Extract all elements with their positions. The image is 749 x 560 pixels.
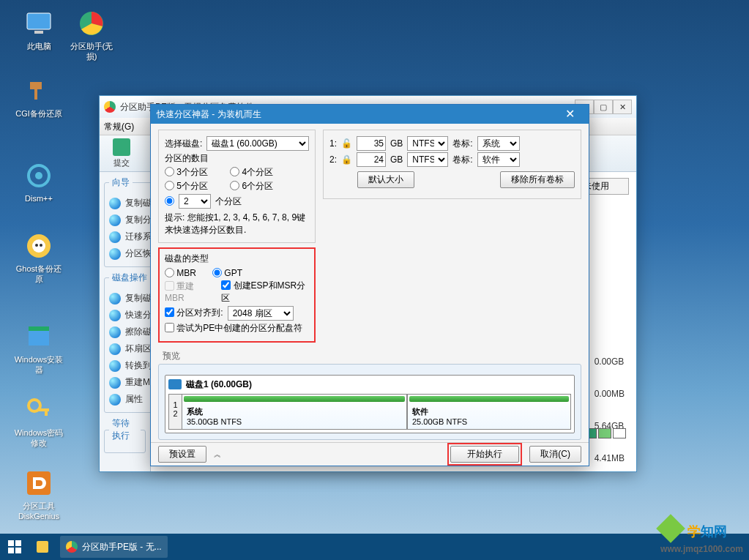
quick-partition-dialog: 快速分区神器 - 为装机而生 ✕ 选择磁盘: 磁盘1 (60.00GB) 分区的… <box>150 104 589 466</box>
orb-icon <box>109 231 121 243</box>
sidebar-item[interactable]: 转换到 <box>109 357 152 374</box>
taskbar: 分区助手PE版 - 无... <box>0 534 749 560</box>
svg-rect-16 <box>27 471 51 495</box>
orb-icon <box>109 394 121 406</box>
hint-text: 提示: 您能按1, 2, 3, 4, 5, 6, 7, 8, 9键来快速选择分区… <box>165 212 309 236</box>
partition-count-label: 分区的数目 <box>165 152 209 165</box>
sidebar-item[interactable]: 复制磁 <box>109 195 152 212</box>
svg-point-8 <box>32 239 45 253</box>
radio-4parts[interactable]: 4个分区 <box>230 166 273 179</box>
radio-mbr[interactable]: MBR <box>165 268 196 278</box>
sidebar-item[interactable]: 擦除磁 <box>109 324 152 340</box>
fs-select-1[interactable]: NTFS <box>407 136 448 151</box>
lock-icon: 🔒 <box>341 154 352 165</box>
svg-point-6 <box>35 172 42 179</box>
svg-point-10 <box>40 244 42 247</box>
orb-icon <box>109 377 121 389</box>
sidebar-item[interactable]: 属性 <box>109 391 152 408</box>
windows-icon <box>8 540 21 553</box>
sidebar-item[interactable]: 坏扇区 <box>109 340 152 357</box>
sidebar-item[interactable]: 分区恢 <box>109 245 152 262</box>
toolbar-submit-button[interactable]: 提交 <box>105 138 138 168</box>
select-disk-label: 选择磁盘: <box>165 138 202 150</box>
orb-icon <box>109 198 121 209</box>
sidebar-item[interactable]: 迁移系 <box>109 228 152 245</box>
svg-rect-14 <box>37 408 49 411</box>
sidebar-group-diskops: 磁盘操作 复制磁 快速分 擦除磁 坏扇区 转换到 重建M 属性 <box>104 272 157 413</box>
start-button[interactable]: 开始执行 <box>450 446 519 463</box>
start-button[interactable] <box>0 534 29 560</box>
hammer-icon <box>26 78 52 104</box>
radio-6parts[interactable]: 6个分区 <box>230 180 273 193</box>
custom-count-select[interactable]: 2 <box>179 194 211 209</box>
orb-icon <box>109 248 121 260</box>
radio-3parts[interactable]: 3个分区 <box>165 166 208 179</box>
checkbox-rebuild-mbr: 重建MBR <box>165 280 211 303</box>
desktop-icon-this-pc[interactable]: 此电脑 <box>13 9 64 51</box>
watermark: 学知网 www.jmqz1000.com <box>660 518 743 556</box>
parent-close-button[interactable]: ✕ <box>613 100 632 114</box>
size-readouts: 0.00GB 0.00MB 5.64GB 4.41MB <box>595 356 625 471</box>
checkbox-try-pe[interactable]: 尝试为PE中创建的分区分配盘符 <box>165 322 302 335</box>
radio-custom-parts[interactable] <box>165 196 174 206</box>
pie-icon <box>66 541 78 553</box>
disk-type-group: 磁盘的类型 MBR GPT 重建MBR 创建ESP和MSR分区 分区对齐到: 2… <box>158 247 316 343</box>
orb-icon <box>109 214 121 226</box>
align-select[interactable]: 2048 扇区 <box>228 306 294 321</box>
desktop-icon-partition-assistant[interactable]: 分区助手(无损) <box>66 9 117 62</box>
svg-rect-1 <box>34 31 43 34</box>
radio-gpt[interactable]: GPT <box>212 268 242 278</box>
desktop-icon-cgi[interactable]: CGI备份还原 <box>13 76 64 119</box>
ghost-icon <box>26 233 52 259</box>
svg-rect-20 <box>15 548 21 553</box>
pie-icon <box>78 10 105 37</box>
box-icon <box>26 324 52 350</box>
parent-maximize-button[interactable]: ▢ <box>594 100 613 114</box>
partition-bar-2[interactable]: 软件25.00GB NTFS <box>407 394 571 430</box>
vol-select-2[interactable]: 软件 <box>477 152 520 167</box>
remove-all-labels-button[interactable]: 移除所有卷标 <box>500 171 575 188</box>
checkbox-create-esp[interactable]: 创建ESP和MSR分区 <box>221 280 309 305</box>
check-icon <box>113 138 130 156</box>
parent-sidebar: 向导 复制磁 复制分 迁移系 分区恢 磁盘操作 复制磁 快速分 擦除磁 坏扇区 … <box>100 172 151 471</box>
disk-select-group: 选择磁盘: 磁盘1 (60.00GB) 分区的数目 3个分区 4个分区 5个分区… <box>158 130 316 243</box>
desktop-icon-ghost[interactable]: Ghost备份还原 <box>13 231 64 285</box>
desktop-icon-wininstall[interactable]: Windows安装器 <box>13 322 64 376</box>
radio-5parts[interactable]: 5个分区 <box>165 180 208 193</box>
fs-select-2[interactable]: NTFS <box>407 152 448 167</box>
disk-preview: 磁盘1 (60.00GB) 12 系统35.00GB NTFS 软件25.00G… <box>158 364 581 440</box>
sidebar-item[interactable]: 快速分 <box>109 307 152 324</box>
dialog-titlebar[interactable]: 快速分区神器 - 为装机而生 ✕ <box>151 105 589 124</box>
desktop-icon-winpwd[interactable]: Windows密码修改 <box>13 395 64 449</box>
app-logo-icon <box>104 101 116 113</box>
checkbox-align[interactable]: 分区对齐到: <box>165 307 223 319</box>
size-input-2[interactable] <box>357 152 386 167</box>
monitor-icon <box>24 12 53 35</box>
sidebar-item[interactable]: 复制分 <box>109 212 152 228</box>
orb-icon <box>109 310 121 321</box>
sidebar-item[interactable]: 复制磁 <box>109 290 152 307</box>
svg-rect-0 <box>27 13 51 29</box>
desktop-icon-dism[interactable]: Dism++ <box>13 161 64 204</box>
partition-bar-1[interactable]: 系统35.00GB NTFS <box>182 394 407 430</box>
cancel-button[interactable]: 取消(C) <box>529 446 581 463</box>
taskbar-item-partition-assistant[interactable]: 分区助手PE版 - 无... <box>60 536 168 558</box>
orb-icon <box>109 293 121 305</box>
partition-rows-group: 1: 🔓 GB NTFS 卷标: 系统 2: 🔒 GB NTFS <box>323 130 581 199</box>
default-size-button[interactable]: 默认大小 <box>357 171 414 188</box>
taskbar-item-explorer[interactable] <box>31 536 59 558</box>
gear-icon <box>26 163 52 189</box>
sidebar-item[interactable]: 重建M <box>109 374 152 391</box>
dialog-close-button[interactable]: ✕ <box>556 106 583 122</box>
disk-icon <box>168 379 182 389</box>
dg-icon <box>26 470 52 496</box>
size-input-1[interactable] <box>357 136 386 151</box>
preset-button[interactable]: 预设置 <box>158 446 206 463</box>
disk-select[interactable]: 磁盘1 (60.00GB) <box>206 136 309 151</box>
svg-rect-15 <box>45 411 48 416</box>
desktop-icon-diskgenius[interactable]: 分区工具DiskGenius <box>13 468 64 522</box>
svg-rect-18 <box>15 540 21 546</box>
vol-select-1[interactable]: 系统 <box>477 136 520 151</box>
sidebar-group-wizard: 向导 复制磁 复制分 迁移系 分区恢 <box>104 176 157 267</box>
svg-rect-4 <box>34 88 37 100</box>
